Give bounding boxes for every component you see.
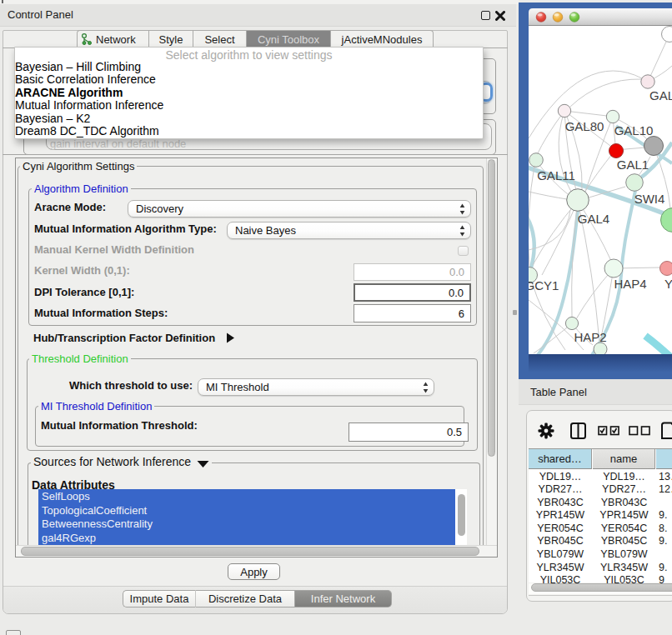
svg-text:GAL1: GAL1 bbox=[617, 158, 649, 172]
svg-text:GAL10: GAL10 bbox=[614, 123, 654, 138]
svg-text:GAL4: GAL4 bbox=[578, 212, 609, 226]
svg-text:HAP4: HAP4 bbox=[614, 277, 646, 291]
svg-text:Y: Y bbox=[664, 277, 672, 291]
svg-text:HAP2: HAP2 bbox=[574, 330, 606, 344]
svg-text:GAL11: GAL11 bbox=[537, 168, 575, 182]
svg-text:SWI4: SWI4 bbox=[634, 192, 665, 206]
svg-text:GAL80: GAL80 bbox=[565, 119, 604, 133]
svg-text:GAL8: GAL8 bbox=[649, 88, 672, 102]
svg-text:GCY1: GCY1 bbox=[525, 278, 559, 292]
